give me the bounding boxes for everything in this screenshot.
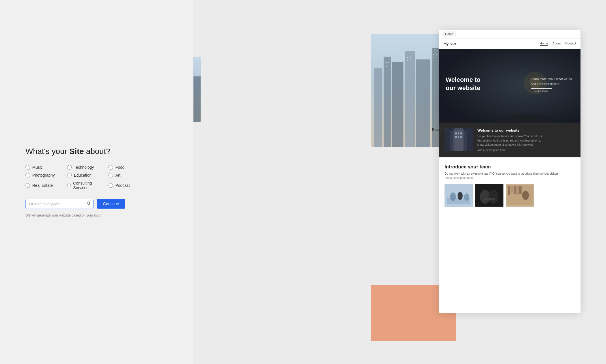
radio-podcast[interactable] (109, 183, 113, 188)
svg-rect-8 (386, 62, 387, 63)
read-more-overlay: Read more (432, 127, 450, 132)
svg-rect-16 (433, 57, 434, 58)
radio-education[interactable] (67, 173, 72, 177)
preview-dark-section: Welcome to our website Do you have more … (439, 123, 581, 157)
preview-hero-section: Welcome to our website Learn more about … (439, 49, 581, 123)
svg-point-63 (458, 192, 463, 200)
svg-rect-4 (405, 51, 415, 147)
website-preview-panel: Home My site Home About Contact (439, 30, 581, 313)
svg-rect-11 (407, 57, 408, 58)
option-education[interactable]: Education (67, 173, 103, 177)
preview-team-section: Introduce your team Do you work with an … (439, 157, 581, 213)
radio-food[interactable] (109, 165, 113, 170)
search-row: Continue (25, 199, 193, 209)
option-food[interactable]: Food (109, 165, 144, 170)
keyword-input[interactable] (25, 199, 93, 209)
svg-rect-74 (516, 186, 519, 195)
nav-link-home[interactable]: Home (540, 42, 548, 46)
hero-content-left: Welcome to our website (446, 76, 480, 95)
option-podcast-label: Podcast (115, 183, 130, 188)
svg-rect-1 (374, 68, 382, 147)
team-title: Introduce your team (445, 164, 575, 170)
radio-real-estate[interactable] (25, 183, 30, 188)
team-desc: Do you work with an awesome team? Of cou… (445, 172, 575, 175)
option-education-label: Education (74, 173, 92, 177)
dark-section-title: Welcome to our website (477, 128, 575, 132)
svg-point-76 (522, 191, 529, 200)
svg-rect-53 (454, 128, 463, 151)
dark-section-image (445, 128, 473, 151)
svg-rect-12 (407, 60, 408, 61)
helper-text: We will generate your website based on y… (25, 213, 193, 217)
svg-rect-57 (455, 136, 457, 138)
team-photo-1 (445, 184, 473, 207)
dark-section-add: Add a description here. (477, 149, 575, 152)
option-photography[interactable]: Photography (25, 173, 61, 177)
option-real-estate[interactable]: Real Estate (25, 181, 61, 190)
nav-link-about[interactable]: About (552, 42, 561, 46)
continue-button[interactable]: Continue (97, 199, 125, 209)
radio-photography[interactable] (25, 173, 30, 177)
nav-link-contact[interactable]: Contact (565, 42, 576, 46)
option-photography-label: Photography (32, 173, 55, 177)
option-podcast[interactable]: Podcast (109, 181, 144, 190)
svg-point-62 (450, 192, 456, 201)
svg-rect-31 (194, 76, 201, 122)
hero-content-right: Learn more about what we do Add a descri… (531, 77, 572, 94)
svg-rect-15 (436, 54, 437, 55)
svg-rect-72 (511, 186, 513, 193)
option-consulting[interactable]: Consulting Services (67, 181, 103, 190)
svg-rect-68 (484, 198, 495, 200)
team-photos-row (445, 184, 575, 207)
hero-right-title: Learn more about what we do (531, 77, 572, 81)
search-icon-button[interactable] (87, 202, 91, 206)
search-icon (87, 202, 91, 205)
option-real-estate-label: Real Estate (32, 183, 53, 188)
question-title: What's your Site about? (25, 147, 193, 156)
svg-point-67 (488, 190, 499, 204)
option-consulting-label: Consulting Services (73, 181, 103, 190)
svg-rect-3 (392, 62, 403, 147)
svg-point-64 (464, 193, 469, 201)
option-food-label: Food (115, 165, 124, 170)
hero-read-more-button[interactable]: Read more (531, 88, 552, 94)
team-photo-2 (475, 184, 503, 207)
hero-title: Welcome to our website (446, 76, 480, 92)
dark-section-body: Do you have more to say and show? You ca… (477, 134, 575, 147)
option-music[interactable]: Music (25, 165, 61, 170)
svg-rect-2 (384, 57, 391, 147)
site-builder-panel: What's your Site about? Music Technology… (0, 0, 193, 364)
preview-navbar: My site Home About Contact (439, 38, 581, 49)
option-technology[interactable]: Technology (67, 165, 103, 170)
search-input-wrapper (25, 199, 93, 209)
svg-rect-58 (458, 136, 459, 138)
svg-rect-56 (460, 132, 462, 134)
svg-rect-71 (508, 186, 510, 195)
preview-nav-links: Home About Contact (540, 42, 576, 46)
hero-right-desc: Add a description here. (531, 82, 572, 85)
radio-art[interactable] (109, 173, 113, 177)
preview-site-name: My site (443, 41, 456, 46)
option-art[interactable]: Art (109, 173, 144, 177)
option-technology-label: Technology (74, 165, 94, 170)
options-grid: Music Technology Food Photography Educat… (25, 165, 144, 190)
svg-rect-75 (519, 186, 522, 194)
svg-rect-54 (455, 132, 457, 134)
svg-rect-55 (458, 132, 459, 134)
dark-section-content: Welcome to our website Do you have more … (477, 128, 575, 152)
radio-consulting[interactable] (67, 183, 71, 188)
radio-music[interactable] (25, 165, 30, 170)
svg-rect-9 (386, 66, 387, 67)
svg-rect-59 (460, 136, 462, 138)
svg-rect-5 (416, 59, 430, 147)
team-add: Add a description here. (445, 176, 575, 179)
radio-technology[interactable] (67, 165, 72, 170)
svg-line-44 (90, 204, 91, 205)
browser-tab: Home (442, 31, 456, 37)
svg-rect-10 (388, 62, 389, 63)
browser-tab-bar: Home (439, 30, 581, 38)
option-music-label: Music (32, 165, 43, 170)
svg-rect-13 (410, 57, 411, 58)
option-art-label: Art (115, 173, 120, 177)
svg-rect-14 (433, 54, 434, 55)
